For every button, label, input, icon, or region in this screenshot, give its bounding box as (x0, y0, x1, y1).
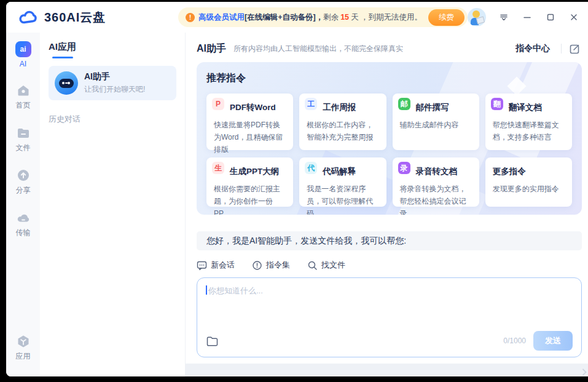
rail-item-files[interactable]: 文件 (16, 125, 31, 153)
cloud-transfer-icon (16, 210, 31, 225)
command-card-weekly-report[interactable]: 工 工作周报 根据你的工作内容，智能补充为完整周报 (299, 94, 386, 150)
card-title: 工作周报 (323, 102, 380, 113)
instruction-set-icon (252, 260, 262, 271)
rail-item-apps[interactable]: 应用 (16, 334, 31, 362)
user-avatar[interactable] (468, 8, 486, 26)
assistant-texts: AI助手 让我们开始聊天吧! (84, 71, 145, 95)
command-cards-grid: P PDF转Word 快速批量将PDF转换为Word，且精确保留排版 工 工作周… (206, 94, 572, 207)
rail-item-share[interactable]: 分享 (16, 168, 31, 196)
quick-action-label: 找文件 (321, 260, 345, 271)
assistant-avatar (55, 71, 78, 95)
attach-file-button[interactable] (206, 335, 219, 347)
ai-icon: ai (15, 41, 31, 57)
message-composer[interactable]: 你想知道什么... 0/1000 发送 (197, 277, 582, 357)
command-card-email-writing[interactable]: 邮 邮件撰写 辅助生成邮件内容 (393, 94, 479, 150)
card-badge: P (212, 98, 224, 110)
status-footer (186, 364, 588, 376)
send-button[interactable]: 发送 (533, 331, 573, 351)
input-placeholder: 你想知道什么... (208, 285, 263, 296)
banner-suffix-text: 天 ，到期无法使用。 (351, 12, 422, 23)
attach-folder-icon (206, 335, 219, 347)
membership-banner: ! 高级会员试用 [在线编辑+自动备份]， 剩余 15 天 ，到期无法使用。 续… (178, 7, 468, 27)
card-title: 翻译文档 (509, 102, 566, 113)
message-input[interactable]: 你想知道什么... (206, 285, 573, 331)
card-description: 快速批量将PDF转换为Word，且精确保留排版 (214, 119, 287, 156)
new-session-button[interactable]: 新会话 (197, 260, 235, 271)
rail-item-home[interactable]: 首页 (16, 83, 31, 111)
desktop-background: 360AI云盘 ! 高级会员试用 [在线编辑+自动备份]， 剩余 15 天 ，到… (0, 0, 588, 382)
assistant-subtitle: 让我们开始聊天吧! (84, 84, 145, 95)
rail-item-ai[interactable]: ai AI (15, 41, 31, 68)
find-file-button[interactable]: 找文件 (307, 260, 345, 271)
main-header: AI助手 所有内容均由人工智能模型输出，不能完全保障真实 指令中心 (197, 38, 582, 59)
edit-icon (569, 43, 581, 55)
close-button[interactable] (568, 12, 579, 23)
card-badge: 代 (305, 162, 317, 174)
card-title: 代码解释 (323, 166, 380, 177)
card-description: 辅助生成邮件内容 (400, 119, 473, 132)
command-card-audio-to-doc[interactable]: 录 录音转文档 将录音转换为文档，帮您轻松搞定会议记录 (393, 157, 479, 207)
rail-item-label: 应用 (16, 351, 31, 362)
history-section-label[interactable]: 历史对话 (49, 114, 176, 125)
card-badge: 翻 (491, 98, 503, 110)
minimize-button[interactable] (522, 12, 533, 23)
char-counter: 0/1000 (503, 336, 526, 345)
card-title: 邮件撰写 (416, 102, 473, 113)
card-description: 我是一名资深程序员，可以帮你理解代码 (307, 183, 380, 215)
card-description: 将录音转换为文档，帮您轻松搞定会议记录 (400, 183, 473, 215)
quick-action-label: 指令集 (266, 260, 290, 271)
rail-item-label: 文件 (16, 143, 31, 153)
title-bar: 360AI云盘 ! 高级会员试用 [在线编辑+自动备份]， 剩余 15 天 ，到… (6, 2, 588, 33)
command-card-ppt-outline[interactable]: 生 生成PPT大纲 根据你需要的汇报主题，为你创作一份PP... (206, 157, 293, 207)
card-description: 发现更多的实用指令 (493, 183, 566, 196)
card-title: 生成PPT大纲 (230, 166, 287, 177)
assistant-list-item[interactable]: AI助手 让我们开始聊天吧! (49, 66, 176, 100)
command-center-button[interactable]: 指令中心 (511, 41, 555, 57)
command-card-code-explain[interactable]: 代 代码解释 我是一名资深程序员，可以帮你理解代码 (299, 157, 386, 207)
panel-tab-ai-apps[interactable]: AI应用 (49, 41, 176, 58)
card-description: 根据你需要的汇报主题，为你创作一份PP... (214, 183, 287, 215)
recommend-panel: 推荐指令 P PDF转Word 快速批量将PDF转换为Word，且精确保留排版 … (197, 62, 582, 215)
command-card-translate-doc[interactable]: 翻 翻译文档 帮您快速翻译整篇文档，支持多种语言 (485, 94, 572, 150)
avatar-head-shape (472, 10, 480, 18)
card-description: 帮您快速翻译整篇文档，支持多种语言 (493, 119, 566, 144)
quick-action-label: 新会话 (211, 260, 235, 271)
card-title: 录音转文档 (416, 166, 473, 177)
card-title: PDF转Word (230, 102, 287, 113)
folder-icon (16, 125, 31, 140)
instruction-set-button[interactable]: 指令集 (252, 260, 290, 271)
banner-days-count: 15 (340, 13, 349, 22)
card-badge: 工 (305, 98, 317, 110)
rail-item-transfer[interactable]: 传输 (16, 210, 31, 238)
cloud-logo-icon (18, 9, 39, 25)
nav-rail: ai AI 首页 文件 (6, 33, 40, 376)
assistant-name: AI助手 (84, 71, 145, 82)
banner-highlight: 高级会员试用 (198, 12, 245, 23)
window-actions (468, 8, 588, 26)
main-content: AI助手 所有内容均由人工智能模型输出，不能完全保障真实 指令中心 推荐指令 (186, 33, 588, 376)
banner-remaining-label: 剩余 (323, 12, 339, 23)
robot-eyes-shape (62, 82, 65, 84)
rail-item-label: 首页 (16, 100, 31, 111)
recommend-title: 推荐指令 (206, 72, 572, 85)
app-logo: 360AI云盘 (6, 9, 178, 26)
composer-footer: 0/1000 发送 (206, 331, 573, 351)
robot-face-shape (59, 79, 74, 88)
renew-button[interactable]: 续费 (428, 9, 465, 26)
panel-title: AI应用 (49, 41, 76, 52)
maximize-button[interactable] (545, 12, 556, 23)
window-body: ai AI 首页 文件 (6, 33, 588, 376)
command-card-more[interactable]: 更多指令 发现更多的实用指令 (485, 157, 572, 207)
new-chat-edit-button[interactable] (568, 42, 582, 56)
search-icon (307, 260, 318, 271)
apps-hexagon-icon (16, 334, 31, 349)
app-window: 360AI云盘 ! 高级会员试用 [在线编辑+自动备份]， 剩余 15 天 ，到… (6, 2, 588, 376)
resize-grip[interactable] (579, 368, 586, 375)
card-badge: 邮 (398, 98, 410, 110)
avatar-page-shape (476, 17, 485, 25)
page-title: AI助手 (197, 42, 226, 55)
command-card-pdf-to-word[interactable]: P PDF转Word 快速批量将PDF转换为Word，且精确保留排版 (206, 94, 293, 150)
rail-item-label: 传输 (16, 228, 31, 238)
card-title: 更多指令 (493, 166, 566, 177)
mini-mode-icon[interactable] (498, 12, 509, 23)
